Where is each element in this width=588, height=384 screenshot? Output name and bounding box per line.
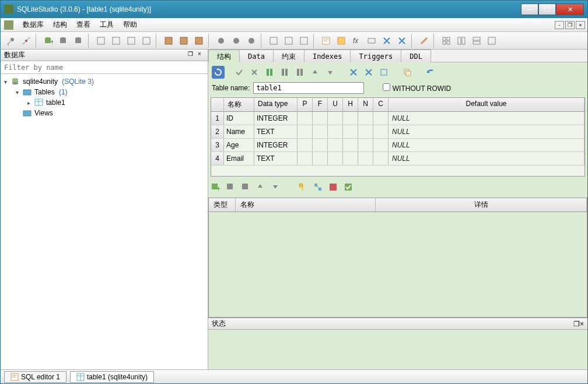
close-button[interactable]: ✕	[556, 3, 584, 15]
col-name[interactable]: Age	[224, 139, 254, 152]
col-name[interactable]: Email	[224, 152, 254, 165]
bottom-tab-table[interactable]: table1 (sqlite4unity)	[70, 371, 154, 383]
tb-btn-12[interactable]	[282, 34, 296, 48]
tb-btn-2[interactable]	[109, 34, 123, 48]
col-hdr-name[interactable]: 名称	[224, 98, 254, 111]
col-default[interactable]: NULL	[388, 112, 584, 125]
refresh-icon[interactable]	[212, 66, 225, 79]
tb-btn-7[interactable]	[192, 34, 206, 48]
constraint-down-icon[interactable]	[271, 182, 283, 194]
tree-table1-node[interactable]: ▸ table1	[1, 97, 208, 108]
layout-4-icon[interactable]	[485, 34, 499, 48]
sbtn-x1[interactable]	[347, 66, 360, 79]
unique-icon[interactable]	[328, 182, 340, 194]
menu-help[interactable]: 帮助	[118, 20, 142, 30]
col-hdr-default[interactable]: Default value	[388, 98, 584, 111]
tb-btn-9[interactable]	[229, 34, 243, 48]
remove-db-icon[interactable]	[72, 34, 86, 48]
delete-column-icon[interactable]	[293, 66, 306, 79]
table-name-input[interactable]	[253, 82, 364, 94]
tab-triggers[interactable]: Triggers	[350, 50, 401, 62]
check-icon[interactable]	[344, 182, 355, 194]
constraint-up-icon[interactable]	[256, 182, 268, 194]
tb-btn-15[interactable]	[334, 34, 348, 48]
tab-structure[interactable]: 结构	[208, 50, 240, 62]
commit-icon[interactable]	[233, 66, 246, 79]
col-hdr-type[interactable]: Data type	[254, 98, 298, 111]
sbtn-x3[interactable]	[377, 66, 390, 79]
col-default[interactable]: NULL	[388, 139, 584, 152]
mdi-minimize[interactable]: -	[555, 21, 564, 29]
tb-btn-3[interactable]	[124, 34, 138, 48]
menu-structure[interactable]: 结构	[48, 20, 72, 30]
col-type[interactable]: TEXT	[254, 152, 298, 165]
col-type[interactable]: INTEGER	[254, 139, 298, 152]
col-hdr-num[interactable]	[211, 98, 224, 111]
tab-indexes[interactable]: Indexes	[304, 50, 351, 62]
constraint-type-hdr[interactable]: 类型	[209, 198, 236, 212]
col-type[interactable]: TEXT	[254, 125, 298, 138]
tree-views-node[interactable]: Views	[1, 108, 208, 118]
col-name[interactable]: ID	[224, 112, 254, 125]
col-hdr-f[interactable]: F	[313, 98, 328, 111]
layout-2-icon[interactable]	[454, 34, 468, 48]
status-float-icon[interactable]: ❐	[573, 320, 580, 328]
fx-icon[interactable]: fx	[349, 34, 363, 48]
minimize-button[interactable]: ─	[521, 3, 538, 15]
column-row[interactable]: 2NameTEXTNULL	[211, 125, 584, 139]
layout-3-icon[interactable]	[470, 34, 484, 48]
sbtn-x2[interactable]	[362, 66, 375, 79]
add-db-icon[interactable]: +	[41, 34, 55, 48]
filter-input[interactable]	[1, 61, 208, 73]
copy-icon[interactable]	[401, 66, 414, 79]
connect-icon[interactable]	[4, 34, 18, 48]
tb-btn-6[interactable]	[177, 34, 191, 48]
settings-icon[interactable]	[417, 34, 431, 48]
col-default[interactable]: NULL	[388, 125, 584, 138]
panel-close-icon[interactable]: ×	[195, 51, 204, 60]
database-tree[interactable]: ▾ sqlite4unity (SQLite 3) ▾ Tables (1) ▸…	[1, 74, 208, 369]
rollback-icon[interactable]	[248, 66, 261, 79]
column-row[interactable]: 1IDINTEGERNULL	[211, 112, 584, 125]
tb-btn-10[interactable]	[244, 34, 258, 48]
disconnect-icon[interactable]	[19, 34, 33, 48]
tab-ddl[interactable]: DDL	[401, 50, 431, 62]
tb-btn-5[interactable]	[162, 34, 176, 48]
move-down-icon[interactable]	[324, 66, 337, 79]
add-column-icon[interactable]	[263, 66, 276, 79]
column-row[interactable]: 4EmailTEXTNULL	[211, 152, 584, 165]
sql-editor-icon[interactable]	[319, 34, 333, 48]
delete-constraint-icon[interactable]	[241, 182, 253, 194]
tree-db-node[interactable]: ▾ sqlite4unity (SQLite 3)	[1, 76, 208, 87]
undo-icon[interactable]	[424, 66, 437, 79]
tb-btn-13[interactable]	[297, 34, 311, 48]
constraint-name-hdr[interactable]: 名称	[236, 198, 376, 212]
tb-btn-11[interactable]	[267, 34, 281, 48]
bottom-tab-sql-editor[interactable]: SQL editor 1	[4, 371, 66, 383]
tab-constraints[interactable]: 约束	[273, 50, 304, 62]
constraint-detail-hdr[interactable]: 详情	[376, 198, 587, 212]
panel-float-icon[interactable]: ❐	[186, 51, 195, 60]
edit-constraint-icon[interactable]	[226, 182, 237, 194]
menu-tools[interactable]: 工具	[95, 20, 118, 30]
col-hdr-n[interactable]: N	[358, 98, 373, 111]
menu-view[interactable]: 查看	[72, 20, 95, 30]
col-default[interactable]: NULL	[388, 152, 584, 165]
tb-btn-4[interactable]	[139, 34, 153, 48]
maximize-button[interactable]: ☐	[538, 3, 556, 15]
tab-data[interactable]: Data	[239, 50, 274, 62]
edit-column-icon[interactable]	[278, 66, 291, 79]
tb-btn-19[interactable]	[395, 34, 409, 48]
add-constraint-icon[interactable]: +	[211, 182, 222, 194]
col-hdr-u[interactable]: U	[328, 98, 343, 111]
without-rowid-checkbox[interactable]	[383, 83, 390, 91]
col-type[interactable]: INTEGER	[254, 112, 298, 125]
pk-icon[interactable]	[298, 182, 310, 194]
tb-btn-17[interactable]	[365, 34, 379, 48]
mdi-close[interactable]: ×	[576, 21, 585, 29]
col-hdr-p[interactable]: P	[298, 98, 313, 111]
menu-database[interactable]: 数据库	[18, 20, 48, 30]
fk-icon[interactable]	[313, 182, 325, 194]
move-up-icon[interactable]	[309, 66, 321, 79]
tree-tables-node[interactable]: ▾ Tables (1)	[1, 87, 208, 97]
